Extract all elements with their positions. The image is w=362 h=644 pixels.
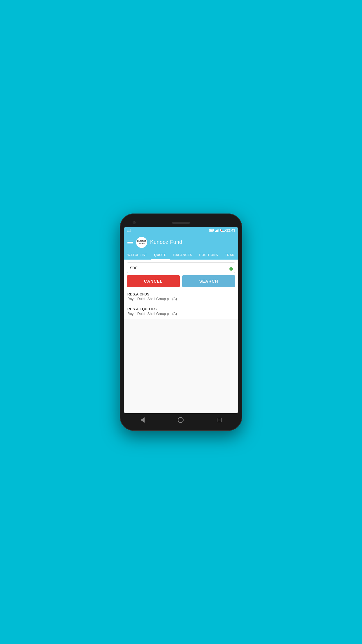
back-button[interactable] [140,417,145,423]
status-bar-right: LTE 12:43 [209,228,235,232]
battery-fill [221,230,222,231]
result-item-0[interactable]: RDS.A CFDS Royal Dutch Shell Group plc (… [124,289,238,304]
search-input[interactable] [127,262,235,273]
search-input-container [127,262,235,273]
home-button[interactable] [178,417,184,423]
result-name-1: Royal Dutch Shell Group plc (A) [127,312,235,316]
app-title: Kunooz Fund [150,239,182,245]
phone-speaker [172,222,190,224]
result-symbol-1: RDS.A EQUITIES [127,307,235,311]
search-button[interactable]: SEARCH [182,275,235,287]
result-symbol-0: RDS.A CFDS [127,292,235,296]
search-buttons: CANCEL SEARCH [127,275,235,287]
recents-button[interactable] [217,418,222,422]
phone-screen: LTE 12:43 K [124,227,238,413]
signal-bars [215,229,219,232]
phone-bottom-nav [124,414,238,426]
status-bar-left [127,229,131,232]
signal-bar-1 [215,231,216,232]
signal-bar-2 [216,230,217,232]
status-time: 12:43 [226,228,235,232]
connection-status-dot [229,267,233,271]
nav-tabs: WATCHLIST QUOTE BALANCES POSITIONS TRAD [124,251,238,260]
signal-bar-3 [217,230,218,232]
main-content: CANCEL SEARCH RDS.A CFDS Royal Dutch She… [124,260,238,413]
tab-balances[interactable]: BALANCES [170,251,196,260]
app-header: KUNOOZ FUND Kunooz Fund [124,234,238,251]
app-logo: KUNOOZ FUND [136,237,147,248]
battery-icon [220,229,225,232]
phone-top-area [124,219,238,227]
status-bar: LTE 12:43 [124,227,238,234]
front-camera [133,221,136,224]
tab-watchlist[interactable]: WATCHLIST [124,251,151,260]
hamburger-menu-icon[interactable] [127,241,133,244]
logo-text: KUNOOZ FUND [137,240,146,244]
result-name-0: Royal Dutch Shell Group plc (A) [127,297,235,301]
result-item-1[interactable]: RDS.A EQUITIES Royal Dutch Shell Group p… [124,304,238,319]
tab-positions[interactable]: POSITIONS [196,251,222,260]
cancel-button[interactable]: CANCEL [127,275,180,287]
results-list: RDS.A CFDS Royal Dutch Shell Group plc (… [124,289,238,413]
search-area: CANCEL SEARCH [124,260,238,289]
tab-trad[interactable]: TRAD [222,251,238,260]
tab-quote[interactable]: QUOTE [151,251,170,260]
phone-device: LTE 12:43 K [120,214,242,431]
signal-bar-4 [218,229,219,232]
image-icon [127,229,131,232]
lte-badge: LTE [209,229,214,232]
